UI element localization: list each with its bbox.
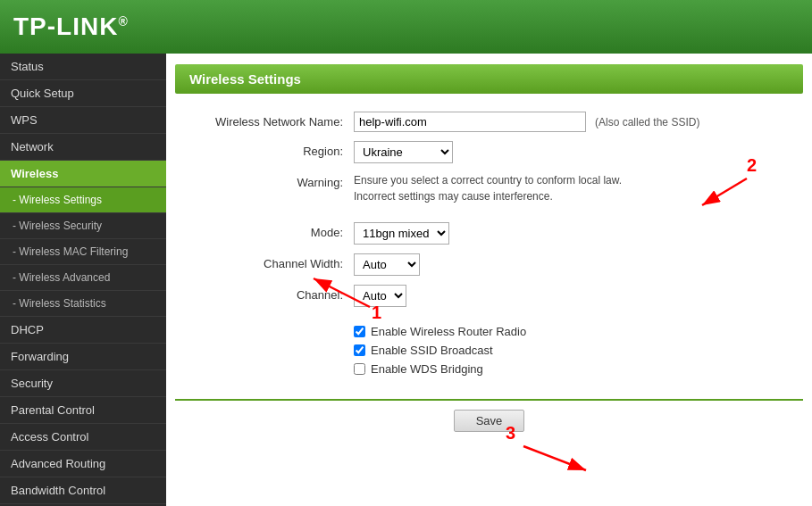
warning-line2: Incorrect settings may cause interferenc… (354, 188, 622, 204)
channel-select[interactable]: Auto 1234 5678 910111213 (354, 285, 406, 307)
sidebar-item-forwarding[interactable]: Forwarding (0, 344, 166, 370)
sidebar-item-wireless-advanced[interactable]: - Wireless Advanced (0, 265, 166, 291)
network-name-label: Wireless Network Name: (175, 112, 354, 129)
enable-ssid-row: Enable SSID Broadcast (354, 344, 794, 357)
sidebar-item-wireless-security[interactable]: - Wireless Security (0, 213, 166, 239)
sidebar-item-parental-control[interactable]: Parental Control (0, 397, 166, 424)
sidebar-item-wireless-mac-filtering[interactable]: - Wireless MAC Filtering (0, 239, 166, 265)
bottom-bar: Save (175, 399, 803, 432)
form-area: Wireless Network Name: (Also called the … (166, 103, 812, 390)
save-button[interactable]: Save (454, 410, 525, 432)
sidebar-item-status[interactable]: Status (0, 54, 166, 80)
sidebar-item-wps[interactable]: WPS (0, 107, 166, 134)
enable-wds-label: Enable WDS Bridging (371, 362, 483, 376)
enable-radio-label: Enable Wireless Router Radio (371, 325, 526, 338)
svg-line-5 (523, 446, 586, 470)
sidebar-item-wireless-statistics[interactable]: - Wireless Statistics (0, 291, 166, 317)
network-name-row: Wireless Network Name: (Also called the … (175, 112, 794, 132)
warning-row: Warning: Ensure you select a correct cou… (175, 172, 794, 204)
mode-label: Mode: (175, 222, 354, 239)
header: TP-LINK® (0, 0, 812, 54)
sidebar-item-quick-setup[interactable]: Quick Setup (0, 80, 166, 107)
region-row: Region: Ukraine United States Russia Ger… (175, 141, 794, 163)
sidebar: Status Quick Setup WPS Network Wireless … (0, 54, 166, 506)
logo-reg: ® (118, 14, 128, 29)
mode-select[interactable]: 11bgn mixed 11n only 11bg mixed 11b only… (354, 222, 449, 245)
ssid-note: (Also called the SSID) (595, 116, 699, 129)
network-name-input[interactable] (354, 112, 586, 132)
enable-wds-checkbox[interactable] (354, 363, 365, 375)
region-label: Region: (175, 141, 354, 158)
main-content: Wireless Settings Wireless Network Name:… (166, 54, 812, 506)
sidebar-item-wireless-settings[interactable]: - Wireless Settings (0, 187, 166, 213)
sidebar-item-network[interactable]: Network (0, 134, 166, 161)
warning-label: Warning: (175, 172, 354, 189)
sidebar-item-dhcp[interactable]: DHCP (0, 317, 166, 344)
channel-width-control: Auto 20MHz 40MHz (354, 253, 794, 276)
channel-width-select[interactable]: Auto 20MHz 40MHz (354, 253, 420, 276)
enable-radio-row: Enable Wireless Router Radio (354, 325, 794, 338)
warning-line1: Ensure you select a correct country to c… (354, 172, 622, 188)
sidebar-item-wireless[interactable]: Wireless (0, 161, 166, 187)
enable-radio-checkbox[interactable] (354, 326, 365, 337)
section-title: Wireless Settings (175, 64, 803, 94)
sidebar-item-access-control[interactable]: Access Control (0, 424, 166, 451)
mode-control: 11bgn mixed 11n only 11bg mixed 11b only… (354, 222, 794, 245)
enable-ssid-label: Enable SSID Broadcast (371, 344, 493, 357)
region-select[interactable]: Ukraine United States Russia Germany Fra… (354, 141, 453, 163)
sidebar-item-advanced-routing[interactable]: Advanced Routing (0, 451, 166, 477)
channel-width-row: Channel Width: Auto 20MHz 40MHz (175, 253, 794, 276)
mode-row: Mode: 11bgn mixed 11n only 11bg mixed 11… (175, 222, 794, 245)
network-name-control: (Also called the SSID) (354, 112, 794, 132)
logo-text: TP-LINK (13, 12, 118, 40)
channel-width-label: Channel Width: (175, 253, 354, 270)
sidebar-item-bandwidth-control[interactable]: Bandwidth Control (0, 477, 166, 504)
enable-wds-row: Enable WDS Bridging (354, 362, 794, 376)
sidebar-item-security[interactable]: Security (0, 370, 166, 397)
channel-control: Auto 1234 5678 910111213 (354, 285, 794, 307)
warning-text: Ensure you select a correct country to c… (354, 172, 794, 204)
channel-row: Channel: Auto 1234 5678 910111213 (175, 285, 794, 307)
channel-label: Channel: (175, 285, 354, 302)
region-control: Ukraine United States Russia Germany Fra… (354, 141, 794, 163)
logo: TP-LINK® (13, 12, 129, 41)
enable-ssid-checkbox[interactable] (354, 344, 365, 356)
